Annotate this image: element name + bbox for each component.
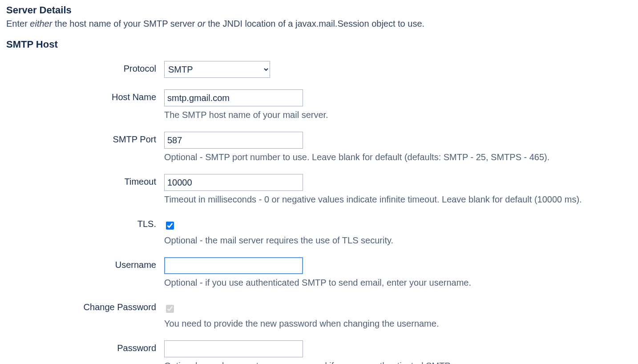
row-timeout: Timeout Timeout in milliseconds - 0 or n… — [6, 174, 632, 205]
change-password-checkbox[interactable] — [166, 305, 174, 313]
text-em: either — [30, 19, 52, 28]
row-host-name: Host Name The SMTP host name of your mai… — [6, 89, 632, 120]
desc-host-name: The SMTP host name of your mail server. — [164, 110, 632, 120]
label-timeout: Timeout — [6, 174, 164, 187]
label-host-name: Host Name — [6, 89, 164, 102]
text: the JNDI location of a javax.mail.Sessio… — [206, 19, 424, 28]
row-username: Username Optional - if you use authentic… — [6, 257, 632, 288]
text: the host name of your SMTP server — [52, 19, 197, 28]
row-smtp-port: SMTP Port Optional - SMTP port number to… — [6, 132, 632, 162]
protocol-select[interactable]: SMTPSMTPS — [164, 61, 270, 78]
desc-timeout: Timeout in milliseconds - 0 or negative … — [164, 194, 632, 205]
server-details-sub: Enter either the host name of your SMTP … — [6, 19, 632, 29]
server-details-heading: Server Details — [6, 4, 632, 16]
tls-checkbox[interactable] — [166, 222, 174, 230]
label-change-password: Change Password — [6, 299, 164, 312]
text: Enter — [6, 19, 30, 28]
desc-change-password: You need to provide the new password whe… — [164, 319, 632, 329]
host-name-input[interactable] — [164, 89, 303, 106]
label-password: Password — [6, 340, 164, 353]
label-tls: TLS. — [6, 216, 164, 229]
text-em: or — [198, 19, 206, 28]
smtp-port-input[interactable] — [164, 132, 303, 149]
desc-password: Optional - as above, enter your password… — [164, 361, 632, 364]
row-tls: TLS. Optional - the mail server requires… — [6, 216, 632, 246]
label-protocol: Protocol — [6, 61, 164, 74]
row-protocol: Protocol SMTPSMTPS — [6, 61, 632, 78]
row-change-password: Change Password You need to provide the … — [6, 299, 632, 329]
row-password: Password Optional - as above, enter your… — [6, 340, 632, 364]
label-smtp-port: SMTP Port — [6, 132, 164, 145]
timeout-input[interactable] — [164, 174, 303, 191]
username-input[interactable] — [164, 257, 303, 274]
password-input[interactable] — [164, 340, 303, 357]
label-username: Username — [6, 257, 164, 270]
smtp-host-heading: SMTP Host — [6, 39, 632, 50]
desc-tls: Optional - the mail server requires the … — [164, 235, 632, 246]
desc-username: Optional - if you use authenticated SMTP… — [164, 278, 632, 288]
desc-smtp-port: Optional - SMTP port number to use. Leav… — [164, 152, 632, 162]
